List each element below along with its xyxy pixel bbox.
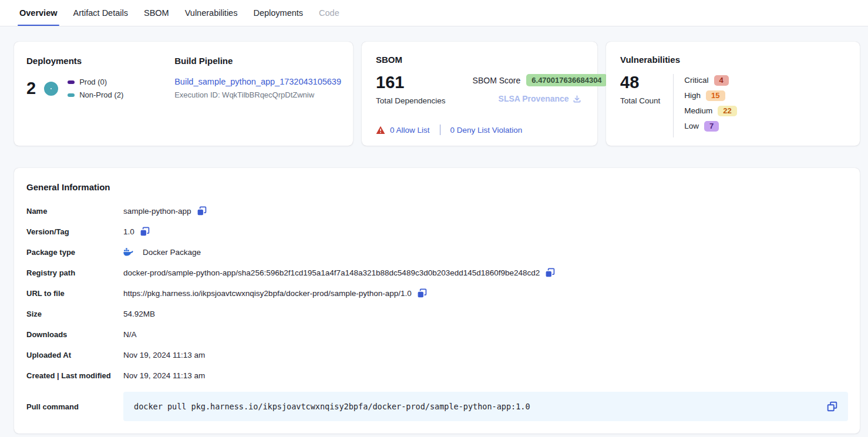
info-row-version: Version/Tag 1.0 bbox=[26, 221, 848, 242]
vulnerabilities-total-label: Total Count bbox=[620, 96, 660, 105]
tab-artifact-details[interactable]: Artifact Details bbox=[73, 0, 129, 26]
sbom-total-stat: 161 Total Dependencies bbox=[376, 74, 446, 125]
info-label: Created | Last modified bbox=[26, 371, 123, 380]
sbom-card: SBOM 161 Total Dependencies SBOM Score 6… bbox=[362, 42, 597, 146]
nonprod-legend-label: Non-Prod (2) bbox=[79, 90, 123, 99]
tab-deployments[interactable]: Deployments bbox=[253, 0, 304, 26]
deployments-section: Deployments 2 Prod (0) Non-Prod (2) bbox=[26, 56, 162, 134]
pipeline-link[interactable]: Build_sample_python_app_1732043105639 bbox=[174, 77, 341, 86]
tab-code: Code bbox=[318, 0, 340, 26]
download-icon bbox=[573, 95, 581, 103]
vertical-divider bbox=[440, 125, 440, 135]
info-row-size: Size 54.92MB bbox=[26, 304, 848, 324]
copy-icon[interactable] bbox=[197, 206, 207, 216]
uploaded-at-value: Nov 19, 2024 11:13 am bbox=[123, 351, 205, 359]
severity-row-medium: Medium 22 bbox=[684, 105, 736, 117]
info-row-created-modified: Created | Last modified Nov 19, 2024 11:… bbox=[26, 365, 848, 386]
vulnerabilities-total-count: 48 bbox=[620, 74, 660, 91]
severity-label: High bbox=[684, 91, 701, 100]
severity-count-badge: 15 bbox=[706, 90, 725, 101]
pull-command-box: docker pull pkg.harness.io/ikpsjoavtcwxn… bbox=[123, 392, 848, 421]
vertical-divider bbox=[673, 74, 674, 137]
sbom-score-badge: 6.470017636684304 bbox=[526, 74, 607, 86]
deployments-total-count: 2 bbox=[26, 80, 36, 97]
severity-row-high: High 15 bbox=[684, 89, 736, 102]
tab-overview[interactable]: Overview bbox=[19, 0, 58, 26]
registry-path-value: docker-prod/sample-python-app/sha256:596… bbox=[123, 268, 540, 277]
version-tag-value: 1.0 bbox=[123, 227, 134, 236]
legend-item-nonprod: Non-Prod (2) bbox=[68, 90, 123, 99]
nonprod-legend-dot bbox=[68, 93, 75, 97]
artifact-name-value: sample-python-app bbox=[123, 207, 191, 216]
slsa-provenance-button[interactable]: SLSA Provenance bbox=[499, 94, 581, 103]
info-row-pull-command: Pull command docker pull pkg.harness.io/… bbox=[26, 392, 848, 421]
legend-item-prod: Prod (0) bbox=[68, 78, 123, 86]
info-label: Size bbox=[26, 310, 123, 318]
info-label: Uploaded At bbox=[26, 351, 123, 359]
build-pipeline-section: Build Pipeline Build_sample_python_app_1… bbox=[162, 56, 341, 134]
info-label: Downloads bbox=[26, 330, 123, 339]
execution-id-text: Execution ID: WqkTilbBRqecQrpDtZwniw bbox=[174, 90, 341, 99]
tab-bar: Overview Artifact Details SBOM Vulnerabi… bbox=[0, 0, 868, 26]
severity-label: Low bbox=[684, 122, 699, 130]
severity-label: Critical bbox=[684, 76, 708, 85]
deployments-title: Deployments bbox=[26, 56, 162, 66]
info-row-url: URL to file https://pkg.harness.io/ikpsj… bbox=[26, 283, 848, 304]
tab-vulnerabilities[interactable]: Vulnerabilities bbox=[184, 0, 238, 26]
copy-icon[interactable] bbox=[417, 288, 427, 298]
vulnerabilities-title: Vulnerabilities bbox=[620, 55, 848, 65]
severity-row-low: Low 7 bbox=[684, 120, 736, 132]
deny-list-link[interactable]: 0 Deny List Violation bbox=[450, 126, 523, 135]
info-row-uploaded-at: Uploaded At Nov 19, 2024 11:13 am bbox=[26, 345, 848, 365]
vulnerabilities-total-stat: 48 Total Count bbox=[620, 74, 660, 137]
sbom-total-label: Total Dependencies bbox=[376, 96, 446, 105]
created-modified-value: Nov 19, 2024 11:13 am bbox=[123, 371, 205, 380]
deployments-card: Deployments 2 Prod (0) Non-Prod (2) bbox=[14, 42, 353, 146]
size-value: 54.92MB bbox=[123, 310, 155, 318]
info-label: Pull command bbox=[26, 402, 123, 411]
info-row-name: Name sample-python-app bbox=[26, 201, 848, 221]
copy-icon[interactable] bbox=[545, 268, 555, 278]
sbom-title: SBOM bbox=[376, 55, 586, 65]
downloads-value: N/A bbox=[123, 330, 137, 339]
copy-icon[interactable] bbox=[140, 227, 150, 237]
info-label: Package type bbox=[26, 248, 123, 257]
summary-cards-row: Deployments 2 Prod (0) Non-Prod (2) bbox=[14, 42, 860, 146]
deployments-donut-chart bbox=[44, 82, 58, 96]
page-content: Deployments 2 Prod (0) Non-Prod (2) bbox=[0, 26, 868, 437]
info-row-downloads: Downloads N/A bbox=[26, 324, 848, 345]
sbom-total-count: 161 bbox=[376, 74, 446, 91]
url-to-file-value: https://pkg.harness.io/ikpsjoavtcwxnqisy… bbox=[123, 289, 412, 298]
severity-row-critical: Critical 4 bbox=[684, 74, 736, 86]
severity-list: Critical 4 High 15 Medium 22 Low bbox=[684, 74, 736, 137]
allow-list-link[interactable]: 0 Allow List bbox=[390, 126, 430, 135]
slsa-provenance-label: SLSA Provenance bbox=[499, 94, 569, 103]
pull-command-text: docker pull pkg.harness.io/ikpsjoavtcwxn… bbox=[134, 402, 827, 411]
vulnerabilities-card: Vulnerabilities 48 Total Count Critical … bbox=[606, 42, 860, 146]
artifact-overview-page: Overview Artifact Details SBOM Vulnerabi… bbox=[0, 0, 868, 437]
severity-count-badge: 7 bbox=[704, 121, 719, 132]
package-type-value: Docker Package bbox=[143, 248, 201, 257]
info-label: Registry path bbox=[26, 268, 123, 277]
tab-sbom[interactable]: SBOM bbox=[143, 0, 170, 26]
prod-legend-label: Prod (0) bbox=[79, 78, 107, 86]
info-label: Version/Tag bbox=[26, 227, 123, 236]
info-row-registry-path: Registry path docker-prod/sample-python-… bbox=[26, 263, 848, 283]
warning-icon bbox=[376, 126, 385, 135]
severity-count-badge: 4 bbox=[714, 75, 729, 86]
prod-legend-dot bbox=[68, 80, 75, 84]
info-label: URL to file bbox=[26, 289, 123, 298]
severity-count-badge: 22 bbox=[718, 106, 736, 116]
severity-label: Medium bbox=[684, 106, 712, 115]
info-label: Name bbox=[26, 207, 123, 216]
general-information-title: General Information bbox=[26, 182, 848, 192]
info-row-package-type: Package type Docker Package bbox=[26, 242, 848, 263]
build-pipeline-title: Build Pipeline bbox=[174, 56, 341, 66]
copy-icon[interactable] bbox=[827, 401, 837, 412]
docker-icon bbox=[123, 248, 133, 257]
general-information-card: General Information Name sample-python-a… bbox=[14, 168, 860, 433]
deployments-legend: Prod (0) Non-Prod (2) bbox=[68, 78, 123, 99]
sbom-score-label: SBOM Score bbox=[473, 76, 521, 85]
